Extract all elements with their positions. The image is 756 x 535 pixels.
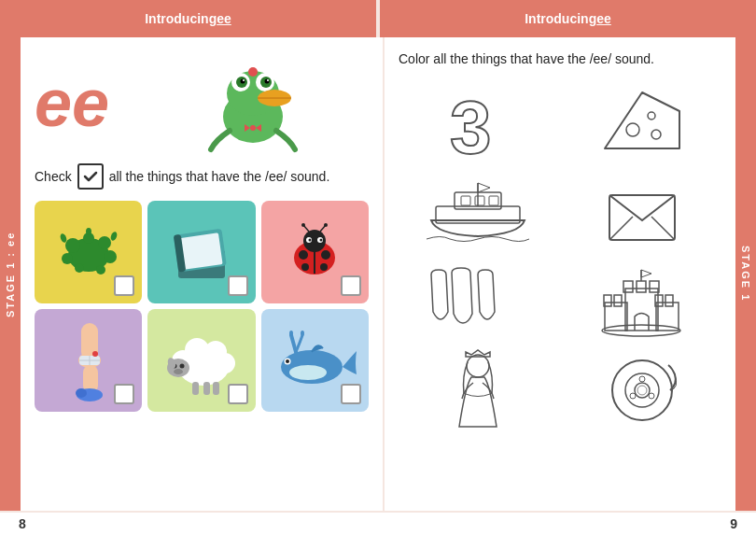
svg-rect-96 (614, 295, 622, 306)
checkbox-leg[interactable] (114, 384, 134, 404)
check-icon (77, 163, 104, 190)
svg-rect-84 (489, 196, 498, 205)
svg-rect-83 (475, 196, 484, 205)
grid-cell-ladybug (261, 201, 369, 303)
content-panels: ee (21, 37, 735, 511)
boat-svg (427, 178, 529, 244)
page-number-left: 8 (0, 513, 378, 535)
header-right-ee: ee (596, 11, 611, 26)
main-content: STAGE 1 : ee ee (0, 37, 756, 511)
svg-point-20 (62, 253, 73, 264)
svg-point-40 (308, 238, 311, 241)
svg-point-106 (635, 383, 650, 398)
check-instruction-text: all the things that have the /ee/ sound. (109, 169, 330, 184)
svg-point-23 (96, 265, 105, 275)
svg-point-103 (467, 355, 489, 377)
svg-point-18 (98, 236, 111, 249)
page-num-right-text: 9 (730, 516, 737, 531)
checkbox-splat[interactable] (114, 275, 134, 296)
svg-point-73 (301, 331, 304, 336)
checkmark-svg (82, 168, 99, 185)
svg-point-59 (215, 353, 235, 373)
checkbox-whale[interactable] (341, 384, 361, 404)
stage-left-text: STAGE 1 : ee (5, 231, 16, 317)
grid-cell-whale (261, 309, 369, 412)
coloring-item-sandcastle (563, 258, 722, 342)
svg-rect-66 (203, 382, 210, 395)
coloring-grid: 3 (399, 80, 721, 430)
svg-point-41 (319, 238, 322, 241)
footer: 8 9 (0, 511, 756, 535)
svg-rect-65 (192, 382, 199, 395)
coloring-item-three: 3 (399, 80, 558, 164)
svg-point-35 (321, 250, 330, 260)
frog-illustration (137, 51, 369, 154)
svg-point-76 (626, 123, 639, 136)
svg-point-9 (267, 79, 269, 81)
sandcastle-svg (597, 260, 686, 340)
right-panel: Color all the things that have the /ee/ … (385, 37, 735, 511)
svg-point-62 (179, 363, 184, 368)
svg-marker-101 (641, 270, 651, 277)
svg-point-78 (648, 112, 655, 120)
svg-point-69 (289, 365, 327, 380)
svg-point-63 (174, 369, 183, 374)
coloring-item-boat (399, 169, 558, 253)
svg-point-109 (630, 393, 636, 399)
header-left-label: Introducing (145, 11, 217, 26)
svg-marker-86 (478, 183, 490, 192)
coloring-item-envelope (563, 169, 722, 253)
svg-point-77 (651, 130, 661, 139)
coloring-item-princess (399, 346, 558, 430)
svg-point-36 (301, 263, 309, 271)
color-instruction-text: Color all the things that have the /ee/ … (399, 51, 654, 66)
grid-cell-sheep (147, 309, 255, 412)
header-left: Introducing ee (0, 0, 376, 37)
grid-cell-splat (35, 201, 142, 303)
grid-cell-book (147, 201, 255, 303)
color-instruction: Color all the things that have the /ee/ … (399, 51, 721, 66)
header-right-label: Introducing (525, 11, 596, 26)
ee-big-text: ee (35, 69, 109, 136)
splat-svg (56, 219, 121, 285)
page-number-right: 9 (378, 513, 756, 535)
envelope-svg (605, 181, 679, 242)
svg-point-104 (612, 360, 672, 420)
svg-point-45 (324, 223, 328, 227)
svg-rect-82 (461, 196, 470, 205)
svg-point-25 (109, 231, 118, 241)
check-label: Check (35, 169, 72, 184)
svg-rect-90 (625, 289, 658, 331)
header-left-ee: ee (217, 11, 231, 26)
svg-rect-67 (213, 382, 219, 395)
svg-point-15 (248, 67, 258, 77)
page-num-left-text: 8 (19, 516, 26, 531)
svg-point-6 (241, 79, 245, 84)
ee-display: ee (35, 51, 369, 154)
stage-right-bar: STAGE 1 (735, 37, 756, 511)
svg-point-26 (86, 228, 91, 235)
book-svg (169, 222, 234, 283)
svg-line-88 (609, 217, 633, 240)
checkbox-sheep[interactable] (228, 384, 248, 404)
coloring-item-teeth (399, 258, 558, 342)
image-grid (35, 201, 369, 412)
svg-point-14 (250, 125, 256, 131)
svg-rect-99 (665, 295, 673, 306)
svg-point-108 (649, 393, 654, 399)
checkbox-book[interactable] (228, 275, 248, 296)
svg-point-17 (65, 238, 80, 253)
svg-point-7 (265, 79, 270, 84)
checkbox-ladybug[interactable] (341, 275, 361, 296)
svg-point-34 (299, 250, 308, 260)
svg-point-72 (289, 331, 293, 336)
teeth-svg (422, 265, 534, 335)
three-svg: 3 (445, 83, 511, 162)
svg-point-8 (243, 79, 245, 81)
svg-marker-75 (605, 92, 679, 148)
cheese-svg (600, 88, 684, 158)
ladybug-svg (285, 222, 345, 283)
svg-point-105 (625, 373, 659, 407)
svg-point-110 (637, 386, 647, 395)
svg-point-51 (92, 351, 98, 357)
